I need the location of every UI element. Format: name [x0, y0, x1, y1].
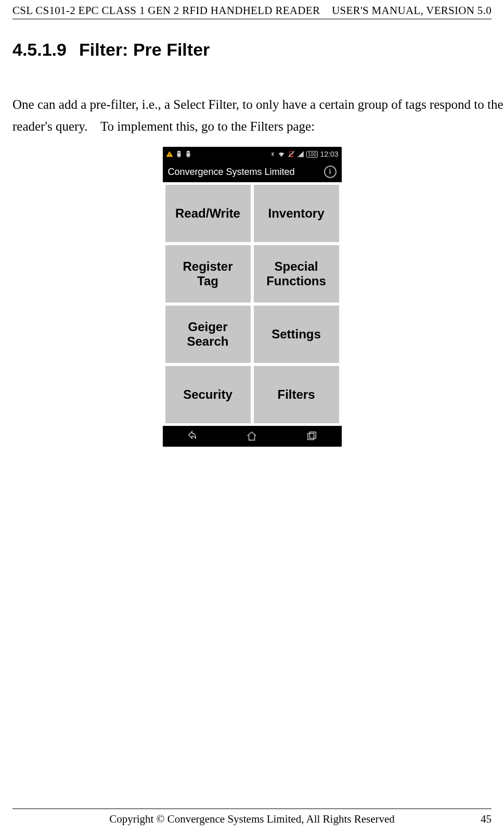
section-heading: 4.5.1.9Filter: Pre Filter	[12, 40, 210, 60]
svg-rect-6	[309, 432, 316, 438]
android-status-bar: 100 12:03	[163, 147, 342, 161]
register-tag-button[interactable]: Register Tag	[165, 245, 251, 302]
document-footer: Copyright © Convergence Systems Limited,…	[12, 813, 492, 826]
phone-off-icon	[288, 150, 295, 158]
back-icon[interactable]	[185, 428, 200, 444]
svg-rect-5	[308, 434, 314, 440]
body-paragraph: One can add a pre-filter, i.e., a Select…	[12, 94, 492, 137]
battery-level-text: 100	[308, 152, 317, 157]
filters-button[interactable]: Filters	[254, 366, 339, 423]
footer-rule	[12, 809, 492, 809]
main-menu-grid: Read/Write Inventory Register Tag Specia…	[165, 185, 339, 423]
section-number: 4.5.1.9	[12, 40, 67, 59]
footer-copyright: Copyright © Convergence Systems Limited,…	[12, 813, 492, 826]
app-content: Read/Write Inventory Register Tag Specia…	[163, 182, 342, 426]
app-title-bar: Convergence Systems Limited i	[163, 161, 342, 182]
info-icon[interactable]: i	[324, 166, 337, 178]
geiger-search-button[interactable]: Geiger Search	[165, 306, 251, 363]
settings-button[interactable]: Settings	[254, 306, 339, 363]
android-icon	[175, 150, 183, 158]
embedded-screenshot: 100 12:03 Convergence Systems Limited i …	[163, 147, 342, 447]
paragraph-line-1: One can add a pre-filter, i.e., a Select…	[12, 94, 492, 116]
warning-icon	[166, 150, 173, 158]
document-page: CSL CS101-2 EPC CLASS 1 GEN 2 RFID HANDH…	[0, 0, 504, 833]
status-bar-left-group	[166, 150, 192, 158]
page-number: 45	[481, 813, 492, 826]
security-button[interactable]: Security	[165, 366, 251, 423]
read-write-button[interactable]: Read/Write	[165, 185, 251, 242]
header-right-text: USER'S MANUAL, VERSION 5.0	[332, 4, 492, 17]
recent-icon[interactable]	[304, 428, 319, 444]
document-header: CSL CS101-2 EPC CLASS 1 GEN 2 RFID HANDH…	[12, 4, 492, 17]
device-frame: 100 12:03 Convergence Systems Limited i …	[163, 147, 342, 447]
special-functions-button[interactable]: Special Functions	[254, 245, 339, 302]
header-rule	[12, 19, 492, 19]
battery-icon: 100	[306, 151, 318, 158]
inventory-button[interactable]: Inventory	[254, 185, 339, 242]
svg-rect-0	[169, 153, 170, 155]
header-left-text: CSL CS101-2 EPC CLASS 1 GEN 2 RFID HANDH…	[12, 4, 320, 17]
home-icon[interactable]	[244, 428, 260, 444]
android-icon	[185, 150, 192, 158]
section-title: Filter: Pre Filter	[79, 40, 210, 59]
paragraph-line-2: reader's query. To implement this, go to…	[12, 116, 492, 137]
bluetooth-icon	[270, 150, 275, 158]
signal-icon	[297, 150, 304, 158]
android-nav-bar	[163, 426, 342, 447]
svg-rect-1	[169, 156, 170, 156]
status-clock: 12:03	[320, 150, 338, 158]
wifi-icon	[277, 150, 286, 158]
app-title: Convergence Systems Limited	[168, 167, 295, 178]
status-bar-right-group: 100 12:03	[270, 150, 339, 158]
